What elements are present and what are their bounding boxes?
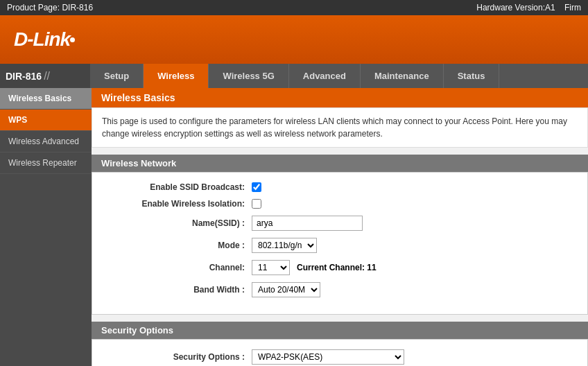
dlink-logo: D-Link xyxy=(14,28,75,51)
security-options-header: Security Options xyxy=(92,322,588,339)
header: D-Link xyxy=(0,15,588,64)
hardware-label: Hardware Version:A1 Firm xyxy=(476,3,581,12)
logo-dot-icon xyxy=(70,37,75,42)
device-name: DIR-816 xyxy=(6,71,42,82)
main-layout: Wireless Basics WPS Wireless Advanced Wi… xyxy=(0,88,588,366)
breadcrumb-separator: // xyxy=(44,70,50,82)
tab-advanced[interactable]: Advanced xyxy=(289,64,361,88)
sidebar-item-wireless-repeater[interactable]: Wireless Repeater xyxy=(0,152,92,174)
sidebar: Wireless Basics WPS Wireless Advanced Wi… xyxy=(0,88,92,366)
sidebar-item-wps[interactable]: WPS xyxy=(0,110,92,131)
ssid-broadcast-checkbox[interactable] xyxy=(252,182,261,192)
page-description: This page is used to configure the param… xyxy=(92,107,588,148)
bandwidth-row: Band Width : Auto 20/40M 20M 40M xyxy=(106,282,573,297)
ssid-name-row: Name(SSID) : xyxy=(106,216,573,231)
channel-row: Channel: 1234 5678 91011 1213Auto Curren… xyxy=(106,260,573,275)
wireless-network-header: Wireless Network xyxy=(92,155,588,172)
sidebar-item-wireless-basics[interactable]: Wireless Basics xyxy=(0,88,92,110)
channel-select[interactable]: 1234 5678 91011 1213Auto xyxy=(252,260,290,275)
security-options-section: Security Options Security Options : None… xyxy=(92,322,588,366)
ssid-broadcast-label: Enable SSID Broadcast: xyxy=(106,182,245,192)
ssid-broadcast-row: Enable SSID Broadcast: xyxy=(106,182,573,192)
wireless-network-section: Wireless Network Enable SSID Broadcast: … xyxy=(92,155,588,315)
nav-tabs-container: DIR-816 // Setup Wireless Wireless 5G Ad… xyxy=(0,64,588,88)
channel-label: Channel: xyxy=(106,263,245,272)
top-bar: Product Page: DIR-816 Hardware Version:A… xyxy=(0,0,588,15)
ssid-name-label: Name(SSID) : xyxy=(106,218,245,228)
breadcrumb: DIR-816 // xyxy=(0,64,90,88)
mode-label: Mode : xyxy=(106,241,245,250)
page-title: Wireless Basics xyxy=(92,88,588,107)
tab-maintenance[interactable]: Maintenance xyxy=(361,64,444,88)
tab-wireless5g[interactable]: Wireless 5G xyxy=(209,64,288,88)
security-options-content: Security Options : None WEP WPA-PSK(TKIP… xyxy=(92,339,588,366)
ssid-name-input[interactable] xyxy=(252,216,363,231)
tab-status[interactable]: Status xyxy=(444,64,500,88)
tab-wireless[interactable]: Wireless xyxy=(144,64,209,88)
nav-tabs: Setup Wireless Wireless 5G Advanced Main… xyxy=(90,64,588,88)
security-options-row: Security Options : None WEP WPA-PSK(TKIP… xyxy=(106,349,573,365)
wireless-isolation-row: Enable Wireless Isolation: xyxy=(106,199,573,209)
current-channel-info: Current Channel: 11 xyxy=(297,263,377,272)
wireless-isolation-label: Enable Wireless Isolation: xyxy=(106,199,245,209)
wireless-network-content: Enable SSID Broadcast: Enable Wireless I… xyxy=(92,172,588,315)
wireless-isolation-checkbox[interactable] xyxy=(252,199,261,209)
content-area: Wireless Basics This page is used to con… xyxy=(92,88,588,366)
security-options-select[interactable]: None WEP WPA-PSK(TKIP) WPA2-PSK(AES) WPA… xyxy=(252,349,404,365)
product-label: Product Page: DIR-816 xyxy=(7,3,93,12)
mode-row: Mode : 802.11b/g/n 802.11b/g 802.11n xyxy=(106,238,573,253)
sidebar-item-wireless-advanced[interactable]: Wireless Advanced xyxy=(0,131,92,152)
mode-select[interactable]: 802.11b/g/n 802.11b/g 802.11n xyxy=(252,238,317,253)
bandwidth-label: Band Width : xyxy=(106,285,245,295)
tab-setup[interactable]: Setup xyxy=(90,64,144,88)
security-options-label: Security Options : xyxy=(106,352,245,362)
bandwidth-select[interactable]: Auto 20/40M 20M 40M xyxy=(252,282,320,297)
